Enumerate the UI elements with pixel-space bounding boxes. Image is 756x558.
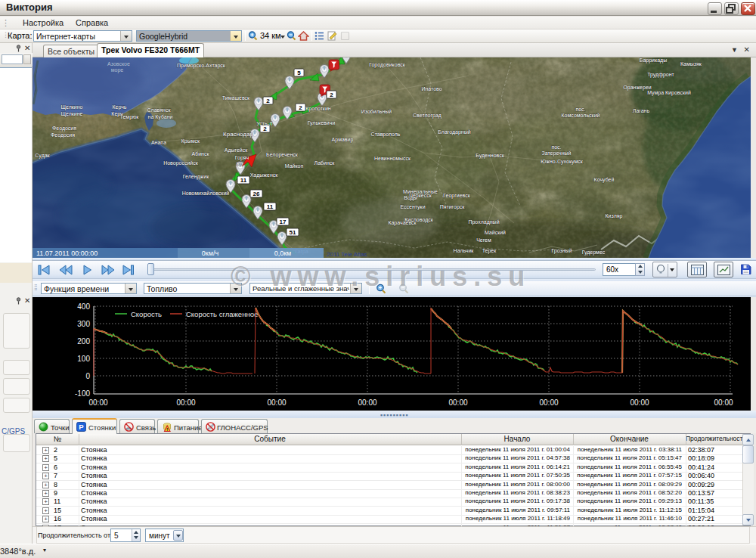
svg-text:Абинск: Абинск (191, 151, 209, 157)
svg-text:Приморско-Ахтарск: Приморско-Ахтарск (177, 63, 226, 69)
svg-text:2: 2 (299, 104, 302, 111)
svg-text:Хадыженск: Хадыженск (250, 172, 279, 178)
svg-text:Азовское: Азовское (107, 61, 130, 67)
svg-text:00:00: 00:00 (448, 398, 467, 407)
svg-text:Краснодар: Краснодар (223, 131, 253, 138)
svg-text:море: море (111, 67, 124, 73)
svg-text:Феодосия: Феодосия (52, 126, 76, 132)
svg-text:00:00: 00:00 (714, 398, 733, 407)
svg-text:Минеральные: Минеральные (403, 189, 438, 195)
svg-text:0,0км: 0,0км (274, 250, 292, 257)
svg-text:Скорость: Скорость (131, 310, 162, 318)
svg-text:Буденновск: Буденновск (476, 153, 504, 159)
svg-text:Терек: Терек (482, 248, 497, 254)
svg-text:00:00: 00:00 (267, 398, 286, 407)
svg-text:2: 2 (263, 126, 267, 132)
svg-text:Судак: Судак (35, 153, 50, 159)
svg-text:400: 400 (77, 302, 90, 311)
svg-text:Ессентуки: Ессентуки (400, 204, 425, 210)
svg-text:Адыгейск: Адыгейск (225, 147, 248, 153)
svg-text:Гулькевичи: Гулькевичи (308, 120, 336, 126)
svg-text:Феодосия: Феодосия (51, 132, 75, 138)
svg-text:Нальчик: Нальчик (454, 248, 475, 253)
svg-text:Геленджик: Геленджик (183, 174, 210, 180)
svg-text:51: 51 (290, 229, 296, 236)
svg-text:Георгиевск: Георгиевск (443, 193, 470, 199)
svg-text:пос.: пос. (551, 144, 561, 150)
svg-text:Гудермес: Гудермес (582, 250, 606, 256)
svg-text:Армавир: Армавир (332, 137, 354, 143)
svg-text:Кл: Кл (237, 161, 243, 166)
svg-text:00:00: 00:00 (358, 398, 376, 407)
svg-text:Пятигорск: Пятигорск (440, 204, 466, 210)
svg-text:Кочубей: Кочубей (594, 177, 615, 183)
svg-text:Мумра Кировский: Мумра Кировский (647, 90, 691, 96)
svg-text:11.07.2011 00:00:00: 11.07.2011 00:00:00 (36, 250, 98, 257)
svg-text:Оранжереи: Оранжереи (623, 85, 651, 91)
svg-text:Южно-Сухокумск: Южно-Сухокумск (541, 159, 584, 165)
svg-text:00:00: 00:00 (88, 398, 107, 407)
svg-text:Крымск: Крымск (181, 138, 200, 144)
svg-text:11: 11 (240, 177, 247, 184)
svg-text:Белореченск: Белореченск (266, 152, 299, 158)
svg-text:Благодарный: Благодарный (438, 129, 470, 135)
svg-text:00:00: 00:00 (630, 398, 649, 407)
svg-text:Чегем: Чегем (476, 237, 491, 243)
svg-text:Щелкино: Щелкино (60, 104, 82, 110)
svg-text:2: 2 (330, 91, 333, 98)
svg-text:Светлоград: Светлоград (413, 113, 442, 119)
svg-text:300: 300 (77, 320, 90, 328)
svg-text:Ипатово: Ипатово (421, 86, 442, 91)
svg-text:Щелкине: Щелкине (60, 111, 82, 117)
svg-text:Грозный: Грозный (551, 248, 572, 254)
svg-text:на Кубани: на Кубани (148, 114, 173, 120)
svg-text:Скорость сглаженное: Скорость сглаженное (186, 310, 258, 318)
svg-text:Воды: Воды (404, 195, 417, 201)
svg-text:0: 0 (85, 372, 90, 380)
svg-text:Кизляр: Кизляр (606, 213, 623, 219)
svg-text:Лагань: Лагань (633, 108, 650, 113)
svg-text:Прохладный: Прохладный (468, 219, 499, 225)
svg-text:Невинномысск: Невинномысск (374, 156, 411, 161)
svg-text:Затеречный: Затеречный (542, 150, 572, 157)
svg-text:Горяч: Горяч (235, 155, 249, 161)
svg-text:Славянск: Славянск (147, 107, 172, 113)
svg-text:Усть-Л: Усть-Л (256, 121, 273, 126)
svg-text:Майкоп: Майкоп (285, 163, 304, 169)
svg-text:пос.: пос. (575, 107, 585, 112)
svg-text:Ставрополь: Ставрополь (371, 132, 401, 138)
svg-text:Трудфронт: Трудфронт (647, 72, 674, 78)
svg-text:-100: -100 (75, 389, 90, 398)
svg-text:0км/ч: 0км/ч (202, 250, 219, 257)
svg-text:Городовиковск: Городовиковск (369, 62, 406, 68)
svg-text:00:00: 00:00 (176, 398, 195, 407)
svg-text:P: P (79, 423, 84, 431)
svg-text:Майский: Майский (485, 230, 506, 235)
svg-text:Лабинск: Лабинск (314, 160, 336, 166)
svg-text:Комсомольский: Комсомольский (562, 113, 600, 118)
svg-text:2011 Tele Atlas: 2011 Tele Atlas (327, 251, 367, 258)
svg-text:Камызяк: Камызяк (680, 61, 702, 67)
svg-text:Тимашевск: Тимашевск (222, 95, 250, 101)
svg-text:Новомихайловский: Новомихайловский (182, 191, 230, 196)
svg-text:17: 17 (280, 219, 287, 225)
svg-text:2: 2 (266, 98, 270, 104)
svg-text:Керч: Керч (111, 111, 123, 117)
svg-text:100: 100 (77, 355, 90, 363)
svg-text:!: ! (166, 427, 168, 432)
svg-text:26: 26 (253, 191, 260, 197)
svg-text:11: 11 (267, 203, 274, 210)
svg-text:Керчь: Керчь (112, 104, 126, 110)
svg-text:200: 200 (77, 337, 90, 346)
svg-text:Баррикады: Баррикады (640, 57, 667, 64)
svg-text:Новороссийск: Новороссийск (163, 160, 199, 166)
svg-text:Кисловодск: Кисловодск (404, 217, 434, 223)
svg-text:5: 5 (297, 70, 301, 76)
svg-text:00:00: 00:00 (539, 398, 558, 407)
svg-text:Анапа: Анапа (151, 140, 166, 145)
svg-text:Изобильный: Изобильный (361, 109, 392, 114)
svg-text:Кропоткин: Кропоткин (305, 106, 331, 112)
